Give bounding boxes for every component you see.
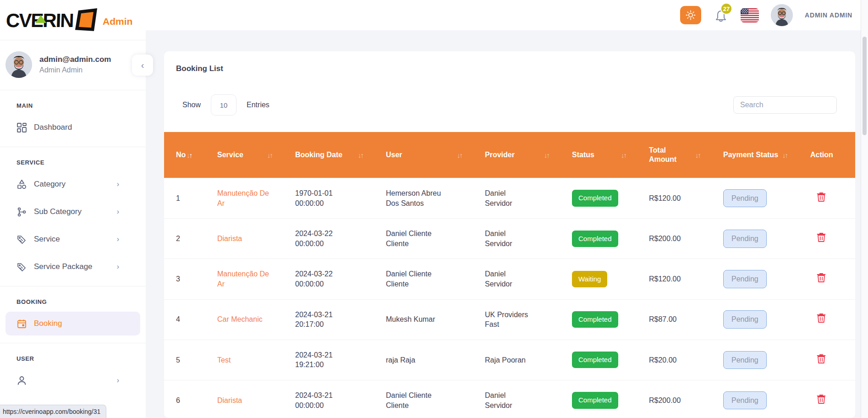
service-link[interactable]: Manutenção De Ar	[217, 189, 269, 207]
sort-arrows-icon[interactable]: ↓↑	[695, 151, 700, 159]
cell-no: 1	[164, 178, 205, 219]
sidebar-item-category[interactable]: Category ›	[5, 172, 140, 196]
tags-icon	[16, 234, 27, 244]
payment-status-button[interactable]: Pending	[723, 351, 767, 369]
us-flag-icon	[741, 8, 759, 22]
payment-status-button[interactable]: Pending	[723, 391, 767, 410]
sidebar-item-hidden[interactable]: ›	[5, 368, 140, 392]
chevron-right-icon: ›	[117, 263, 129, 271]
trash-icon	[817, 232, 826, 242]
status-badge: Completed	[572, 311, 618, 328]
cell-no: 4	[164, 299, 205, 340]
notifications-button[interactable]: 27	[713, 7, 729, 23]
sidebar-item-label: Service	[34, 235, 117, 244]
cell-booking-date: 2024-03-22 00:00:00	[283, 219, 374, 259]
cell-no: 5	[164, 340, 205, 380]
cell-provider: Daniel Servidor	[473, 178, 560, 219]
page-title: Booking List	[164, 64, 855, 73]
sort-arrows-icon[interactable]: ↓↑	[187, 151, 192, 159]
sidebar-item-dashboard[interactable]: Dashboard ›	[5, 116, 140, 139]
sort-arrows-icon[interactable]: ↓↑	[782, 151, 787, 159]
sidebar-section: USER ›	[0, 343, 146, 400]
service-link[interactable]: Car Mechanic	[217, 315, 263, 323]
cell-user: Daniel Cliente Cliente	[374, 219, 473, 259]
payment-status-button[interactable]: Pending	[723, 270, 767, 288]
cell-provider: Raja Pooran	[473, 340, 560, 380]
sidebar-item-service[interactable]: Service ›	[5, 227, 140, 251]
sort-arrows-icon[interactable]: ↓↑	[358, 151, 363, 159]
profile-avatar[interactable]	[771, 4, 793, 26]
sidebar-item-sub-category[interactable]: Sub Category ›	[5, 200, 140, 224]
cell-total-amount: R$87.00	[637, 299, 711, 340]
entries-count-select[interactable]: 10	[211, 94, 236, 116]
sidebar-section: BOOKING Booking ›	[0, 286, 146, 343]
sidebar-item-service-package[interactable]: Service Package ›	[5, 255, 140, 279]
topbar: 27	[146, 0, 868, 30]
theme-toggle-button[interactable]	[680, 6, 701, 24]
cell-total-amount: R$120.00	[637, 259, 711, 299]
cell-provider: Daniel Servidor	[473, 380, 560, 418]
column-header-booking-date[interactable]: Booking Date↓↑	[283, 132, 374, 178]
service-link[interactable]: Test	[217, 356, 231, 364]
cell-total-amount: R$120.00	[637, 178, 711, 219]
sort-arrows-icon[interactable]: ↓↑	[544, 151, 549, 159]
chevron-right-icon: ›	[117, 376, 129, 385]
delete-button[interactable]	[817, 354, 826, 365]
sidebar-avatar	[5, 51, 32, 78]
sidebar-section-label: BOOKING	[0, 298, 146, 308]
search-input[interactable]	[733, 96, 837, 114]
delete-button[interactable]	[817, 192, 826, 204]
cell-total-amount: R$200.00	[637, 219, 711, 259]
table-header: No↓↑Service↓↑Booking Date↓↑User↓↑Provide…	[164, 132, 855, 178]
service-link[interactable]: Diarista	[217, 235, 242, 242]
cell-user: raja Raja	[374, 340, 473, 380]
cell-user: Daniel Cliente Cliente	[374, 259, 473, 299]
delete-button[interactable]	[817, 394, 826, 406]
sidebar-section: SERVICE Category › Sub Category › Servic…	[0, 147, 146, 286]
sort-arrows-icon[interactable]: ↓↑	[457, 151, 462, 159]
payment-status-button[interactable]: Pending	[723, 189, 767, 208]
scrollbar-thumb[interactable]	[863, 37, 867, 135]
sun-icon	[685, 10, 696, 21]
payment-status-button[interactable]: Pending	[723, 230, 767, 248]
sort-arrows-icon[interactable]: ↓↑	[267, 151, 272, 159]
sidebar-item-booking[interactable]: Booking ›	[5, 312, 140, 336]
column-header-total-amount[interactable]: Total Amount↓↑	[637, 132, 711, 178]
sort-arrows-icon[interactable]: ↓↑	[621, 151, 626, 159]
sidebar-user-block: admin@admin.com Admin Admin ‹	[0, 40, 146, 90]
column-header-status[interactable]: Status↓↑	[560, 132, 637, 178]
table-row: 6 Diarista 2024-03-21 00:00:00 Daniel Cl…	[164, 380, 855, 418]
service-link[interactable]: Diarista	[217, 396, 242, 404]
cell-user: Daniel Cliente Cliente	[374, 380, 473, 418]
column-header-provider[interactable]: Provider↓↑	[473, 132, 560, 178]
table-row: 2 Diarista 2024-03-22 00:00:00 Daniel Cl…	[164, 219, 855, 259]
logo[interactable]: CVERIN Admin	[0, 0, 146, 40]
delete-button[interactable]	[817, 232, 826, 244]
column-header-user[interactable]: User↓↑	[374, 132, 473, 178]
column-header-payment-status[interactable]: Payment Status↓↑	[711, 132, 798, 178]
trash-icon	[817, 192, 826, 202]
trash-icon	[817, 354, 826, 364]
chevron-right-icon: ›	[117, 180, 129, 188]
column-header-no[interactable]: No↓↑	[164, 132, 205, 178]
delete-button[interactable]	[817, 313, 826, 324]
delete-button[interactable]	[817, 273, 826, 284]
booking-table: No↓↑Service↓↑Booking Date↓↑User↓↑Provide…	[164, 132, 855, 418]
service-link[interactable]: Manutenção De Ar	[217, 270, 269, 288]
cell-booking-date: 2024-03-21 20:17:00	[283, 299, 374, 340]
cell-booking-date: 1970-01-01 00:00:00	[283, 178, 374, 219]
show-label: Show	[182, 101, 201, 109]
language-flag-button[interactable]	[741, 8, 759, 22]
column-header-service[interactable]: Service↓↑	[205, 132, 283, 178]
chevron-right-icon: ›	[117, 235, 129, 243]
cell-no: 3	[164, 259, 205, 299]
sidebar: CVERIN Admin admin@admi	[0, 0, 146, 418]
app-window: CVERIN Admin admin@admi	[0, 0, 868, 418]
payment-status-button[interactable]: Pending	[723, 310, 767, 329]
profile-name[interactable]: ADMIN ADMIN	[805, 11, 852, 19]
page-scrollbar[interactable]	[861, 0, 868, 418]
dashboard-grid-icon	[16, 122, 27, 132]
sidebar-collapse-button[interactable]: ‹	[132, 55, 153, 76]
trash-icon	[817, 273, 826, 283]
table-row: 4 Car Mechanic 2024-03-21 20:17:00 Mukes…	[164, 299, 855, 340]
